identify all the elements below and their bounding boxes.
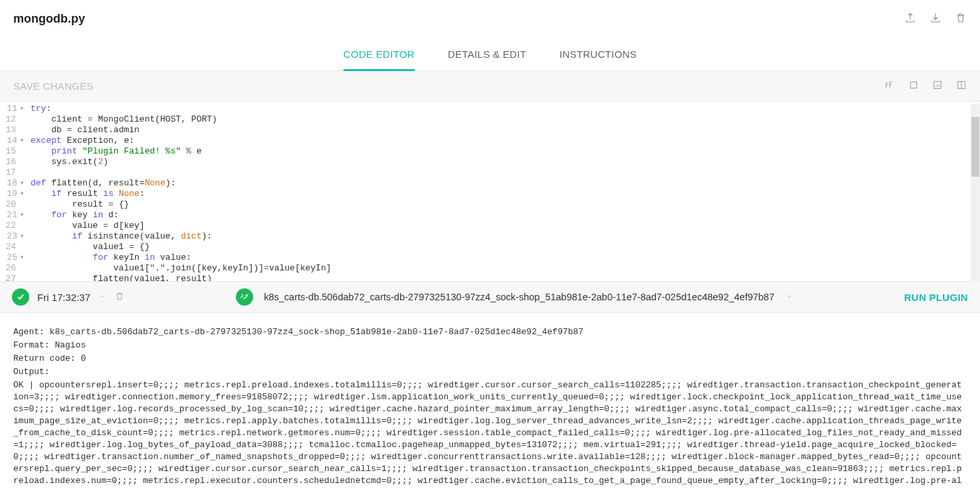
gutter-line: 22 (0, 221, 24, 231)
code-line[interactable]: if isinstance(value, dict): (31, 231, 332, 242)
gutter-line: 18▾ (0, 178, 24, 189)
status-ok-icon (12, 288, 29, 306)
gutter-line: 14▾ (0, 136, 24, 146)
fold-icon[interactable]: ▾ (20, 231, 24, 242)
chevron-down-icon[interactable] (785, 292, 793, 302)
gutter-line: 20 (0, 199, 24, 210)
font-size-icon[interactable] (884, 80, 895, 92)
code-line[interactable]: value1 = {} (31, 242, 332, 252)
gutter-line: 17 (0, 167, 24, 178)
run-plugin-button[interactable]: RUN PLUGIN (904, 292, 968, 303)
code-line[interactable]: result = {} (31, 199, 332, 210)
gutter-line: 21▾ (0, 210, 24, 221)
code-line[interactable]: value1[".".join([key,keyIn])]=value[keyI… (31, 263, 332, 274)
fold-icon[interactable]: ▾ (20, 189, 24, 199)
fold-icon[interactable]: ▾ (20, 210, 24, 221)
output-agent-line: Agent: k8s_carts-db.506dab72_carts-db-27… (13, 326, 967, 338)
code-line[interactable] (31, 167, 332, 178)
trash-icon[interactable] (955, 12, 967, 26)
code-line[interactable]: except Exception, e: (31, 136, 332, 146)
save-button[interactable]: SAVE CHANGES (13, 80, 94, 92)
code-line[interactable]: if result is None: (31, 189, 332, 199)
code-line[interactable]: client = MongoClient(HOST, PORT) (31, 114, 332, 125)
fold-icon[interactable]: ▾ (20, 252, 24, 263)
page-title: mongodb.py (13, 12, 85, 26)
tab-instructions[interactable]: INSTRUCTIONS (559, 39, 637, 71)
gutter-line: 25▾ (0, 252, 24, 263)
gutter-line: 24 (0, 242, 24, 252)
gutter-line: 11▾ (0, 104, 24, 114)
output-return-line: Return code: 0 (13, 353, 967, 365)
code-line[interactable]: db = client.admin (31, 125, 332, 136)
output-panel[interactable]: Agent: k8s_carts-db.506dab72_carts-db-27… (0, 313, 980, 486)
code-line[interactable]: for key in d: (31, 210, 332, 221)
svg-rect-0 (910, 82, 916, 88)
gutter-line: 13 (0, 125, 24, 136)
gutter-line: 15 (0, 146, 24, 157)
fold-icon[interactable]: ▾ (20, 104, 24, 114)
chart-icon[interactable] (932, 80, 943, 92)
code-editor[interactable]: 11▾121314▾15161718▾19▾2021▾2223▾2425▾262… (0, 102, 980, 281)
output-format-line: Format: Nagios (13, 340, 967, 351)
gutter-line: 26 (0, 263, 24, 274)
code-line[interactable]: for keyIn in value: (31, 252, 332, 263)
code-line[interactable]: flatten(value1, result) (31, 274, 332, 281)
run-timestamp[interactable]: Fri 17:32:37 (37, 292, 90, 303)
code-line[interactable]: try: (31, 104, 332, 114)
output-body: OK | opcountersrepl.insert=0;;;; metrics… (13, 379, 967, 486)
gutter-line: 19▾ (0, 189, 24, 199)
panel-icon[interactable] (908, 80, 919, 92)
output-label: Output: (13, 366, 967, 378)
download-icon[interactable] (930, 12, 941, 26)
gutter-line: 23▾ (0, 231, 24, 242)
code-line[interactable]: sys.exit(2) (31, 157, 332, 167)
editor-scrollbar[interactable] (971, 104, 980, 282)
fold-icon[interactable]: ▾ (20, 178, 24, 189)
chevron-down-icon[interactable] (98, 292, 106, 302)
layout-icon[interactable] (956, 80, 967, 92)
tab-bar: CODE EDITOR DETAILS & EDIT INSTRUCTIONS (0, 33, 980, 71)
code-line[interactable]: def flatten(d, result=None): (31, 178, 332, 189)
gutter-line: 12 (0, 114, 24, 125)
fold-icon[interactable]: ▾ (20, 136, 24, 146)
agent-status-icon (236, 288, 253, 306)
gutter-line: 16 (0, 157, 24, 167)
agent-selector[interactable]: k8s_carts-db.506dab72_carts-db-279732513… (264, 292, 774, 302)
tab-code-editor[interactable]: CODE EDITOR (343, 39, 415, 71)
code-line[interactable]: value = d[key] (31, 221, 332, 231)
upload-icon[interactable] (904, 12, 916, 26)
code-line[interactable]: print "Plugin Failed! %s" % e (31, 146, 332, 157)
delete-run-icon[interactable] (114, 291, 125, 304)
gutter-line: 27 (0, 274, 24, 281)
tab-details-edit[interactable]: DETAILS & EDIT (448, 39, 526, 71)
svg-point-3 (246, 295, 248, 296)
